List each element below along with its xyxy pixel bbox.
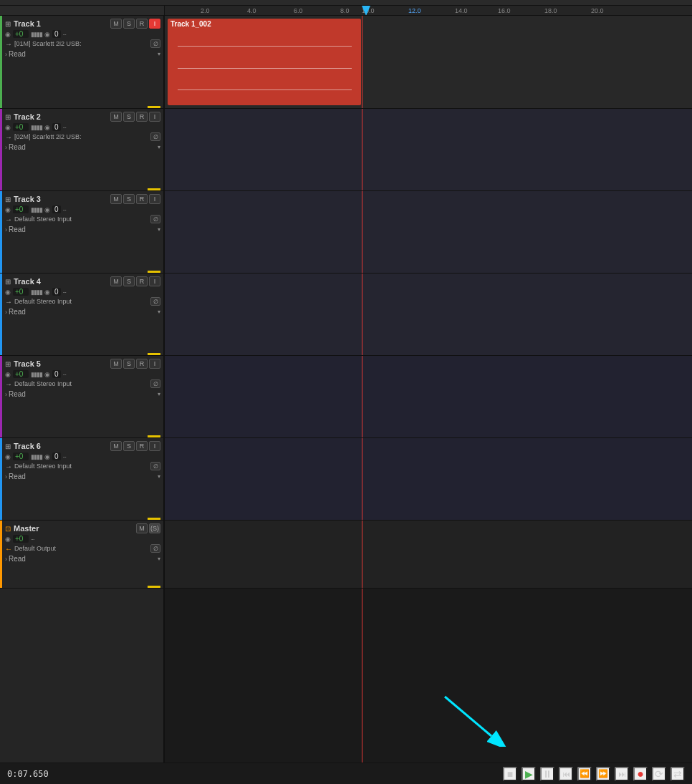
solo-btn-1[interactable]: S	[123, 19, 135, 29]
ruler-mark-8: 8.0	[340, 7, 350, 14]
solo-btn-2[interactable]: S	[123, 112, 135, 122]
solo-btn-6[interactable]: S	[123, 441, 135, 451]
track-content-1[interactable]: Track 1_002	[165, 16, 692, 108]
pan-val-2[interactable]: 0	[52, 123, 61, 131]
volume-val-master[interactable]: +0	[13, 535, 29, 543]
mute-btn-1[interactable]: M	[110, 19, 122, 29]
expand-btn-6[interactable]: ›	[5, 473, 7, 480]
input-btn-5[interactable]: I	[149, 359, 160, 369]
extra-button[interactable]: ⇄	[671, 767, 685, 781]
input-label-4[interactable]: Default Stereo Input	[14, 298, 148, 305]
level-meter-vol-6: ▮▮▮▮	[31, 453, 42, 460]
input-label-1[interactable]: [01M] Scarlett 2i2 USB:	[14, 40, 148, 47]
mute-btn-master[interactable]: M	[136, 523, 148, 533]
track-input-row-1: → [01M] Scarlett 2i2 USB: ∅	[5, 39, 160, 48]
tracks-container[interactable]: ⊞ Track 1 M S R I ◉ +0 ▮▮▮▮ ◉ 0 ··· → [0…	[0, 16, 692, 763]
fast-forward-button[interactable]: ⏩	[596, 767, 610, 781]
mute-btn-3[interactable]: M	[110, 194, 122, 204]
pan-val-6[interactable]: 0	[52, 453, 61, 460]
volume-val-2[interactable]: +0	[13, 123, 29, 131]
track-content-master[interactable]	[165, 521, 692, 588]
skip-start-button[interactable]: ⏮	[559, 767, 573, 781]
input-btn-6[interactable]: I	[149, 441, 160, 451]
mute-btn-2[interactable]: M	[110, 112, 122, 122]
read-dropdown-6[interactable]: ▾	[158, 473, 160, 480]
input-btn-3[interactable]: I	[149, 194, 160, 204]
loop-button[interactable]: ⟳	[652, 767, 666, 781]
pan-val-3[interactable]: 0	[52, 205, 61, 213]
pan-val-1[interactable]: 0	[52, 30, 61, 38]
level-meter-pan-5: ···	[63, 371, 67, 378]
input-label-6[interactable]: Default Stereo Input	[14, 463, 148, 470]
track-content-2[interactable]	[165, 109, 692, 190]
track-content-5[interactable]	[165, 356, 692, 437]
track-content-4[interactable]	[165, 274, 692, 355]
skip-end-button[interactable]: ⏭	[615, 767, 629, 781]
phase-btn-master[interactable]: ∅	[150, 544, 160, 553]
arm-btn-2[interactable]: R	[136, 112, 148, 122]
read-dropdown-5[interactable]: ▾	[158, 391, 160, 397]
track-content-6[interactable]	[165, 438, 692, 520]
playhead-track-6	[362, 438, 362, 520]
solo-btn-5[interactable]: S	[123, 359, 135, 369]
phase-btn-3[interactable]: ∅	[150, 215, 160, 223]
track-controls-4: ◉ +0 ▮▮▮▮ ◉ 0 ···	[5, 288, 160, 296]
input-btn-1[interactable]: I	[149, 19, 160, 29]
arm-btn-6[interactable]: R	[136, 441, 148, 451]
volume-val-6[interactable]: +0	[13, 453, 29, 460]
mute-btn-5[interactable]: M	[110, 359, 122, 369]
stop-button[interactable]: ■	[503, 767, 517, 781]
solo-btn-master[interactable]: (S)	[149, 523, 160, 533]
expand-btn-4[interactable]: ›	[5, 309, 7, 316]
track-controls-5: ◉ +0 ▮▮▮▮ ◉ 0 ···	[5, 370, 160, 378]
record-button[interactable]: ●	[633, 767, 648, 781]
phase-btn-5[interactable]: ∅	[150, 379, 160, 388]
arm-btn-4[interactable]: R	[136, 276, 148, 286]
phase-btn-4[interactable]: ∅	[150, 297, 160, 306]
input-label-5[interactable]: Default Stereo Input	[14, 380, 148, 387]
level-meter-pan-2: ···	[63, 124, 67, 131]
volume-val-3[interactable]: +0	[13, 205, 29, 213]
rewind-button[interactable]: ⏪	[577, 767, 592, 781]
input-btn-2[interactable]: I	[149, 112, 160, 122]
expand-btn-3[interactable]: ›	[5, 226, 7, 233]
play-button[interactable]: ▶	[522, 767, 536, 781]
input-btn-4[interactable]: I	[149, 276, 160, 286]
read-dropdown-4[interactable]: ▾	[158, 309, 160, 315]
volume-val-5[interactable]: +0	[13, 370, 29, 378]
read-dropdown-1[interactable]: ▾	[158, 51, 160, 57]
expand-btn-5[interactable]: ›	[5, 391, 7, 398]
audio-clip-1[interactable]: Track 1_002	[168, 19, 361, 105]
mute-btn-4[interactable]: M	[110, 276, 122, 286]
track-controls-2: ◉ +0 ▮▮▮▮ ◉ 0 ···	[5, 123, 160, 131]
phase-btn-1[interactable]: ∅	[150, 39, 160, 48]
solo-btn-3[interactable]: S	[123, 194, 135, 204]
level-meter-master: ···	[31, 536, 34, 543]
phase-btn-2[interactable]: ∅	[150, 132, 160, 141]
read-dropdown-3[interactable]: ▾	[158, 226, 160, 233]
read-dropdown-2[interactable]: ▾	[158, 144, 160, 150]
expand-btn-master[interactable]: ›	[5, 556, 7, 563]
playhead-track-3	[362, 191, 362, 273]
expand-btn-2[interactable]: ›	[5, 144, 7, 151]
output-label-master[interactable]: Default Output	[14, 545, 148, 552]
track-height-indicator-2	[148, 188, 160, 190]
read-dropdown-master[interactable]: ▾	[158, 556, 160, 562]
pause-button[interactable]: ⏸	[540, 767, 554, 781]
track-name-row-5: ⊞ Track 5 M S R I	[5, 359, 160, 369]
arm-btn-5[interactable]: R	[136, 359, 148, 369]
track-header-1: ⊞ Track 1 M S R I ◉ +0 ▮▮▮▮ ◉ 0 ··· → [0…	[0, 16, 165, 108]
track-content-3[interactable]	[165, 191, 692, 273]
phase-btn-6[interactable]: ∅	[150, 462, 160, 470]
arm-btn-3[interactable]: R	[136, 194, 148, 204]
pan-val-5[interactable]: 0	[52, 370, 61, 378]
solo-btn-4[interactable]: S	[123, 276, 135, 286]
input-label-3[interactable]: Default Stereo Input	[14, 216, 148, 223]
input-label-2[interactable]: [02M] Scarlett 2i2 USB:	[14, 133, 148, 140]
arm-btn-1[interactable]: R	[136, 19, 148, 29]
volume-val-4[interactable]: +0	[13, 288, 29, 296]
volume-val-1[interactable]: +0	[13, 30, 29, 38]
pan-val-4[interactable]: 0	[52, 288, 61, 296]
mute-btn-6[interactable]: M	[110, 441, 122, 451]
expand-btn-1[interactable]: ›	[5, 51, 7, 58]
